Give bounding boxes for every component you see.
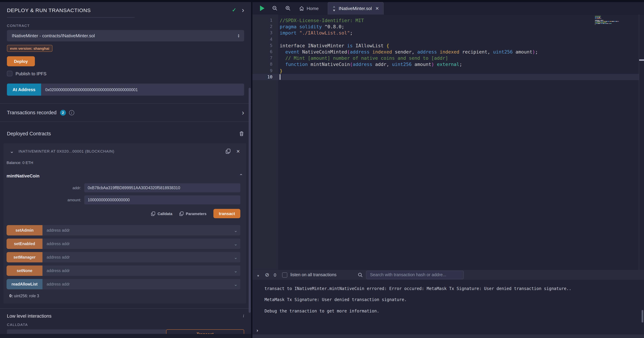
- deploy-button[interactable]: Deploy: [7, 56, 35, 66]
- pending-tx-count: 0: [274, 272, 276, 278]
- function-collapse-chevron-icon[interactable]: ⌃: [239, 173, 243, 178]
- zoom-in-icon[interactable]: [285, 6, 291, 11]
- deploy-run-panel: DEPLOY & RUN TRANSACTIONS ✓ › CONTRACT I…: [0, 2, 251, 338]
- tab-inativeminter[interactable]: INativeMinter.sol ✕: [328, 2, 384, 14]
- terminal-output[interactable]: transact to INativeMinter.mintNativeCoin…: [252, 280, 644, 334]
- code-line-9: 9}: [252, 68, 639, 74]
- overview-cursor-marker: [639, 60, 644, 61]
- copy-parameters-action[interactable]: Parameters: [179, 211, 206, 216]
- deployed-contract-header: INATIVEMINTER AT 0X020...00001 (BLOCKCHA…: [18, 149, 220, 153]
- tab-close-icon[interactable]: ✕: [375, 6, 379, 11]
- terminal-log-lines: transact to INativeMinter.mintNativeCoin…: [264, 283, 644, 316]
- text-cursor: [280, 74, 280, 80]
- publish-ipfs-label: Publish to IPFS: [16, 71, 46, 76]
- copy-icon: [151, 211, 156, 216]
- select-stepper-icon: ▴▾: [238, 34, 239, 38]
- expand-args-chevron-icon[interactable]: ⌄: [234, 228, 238, 233]
- transact-button[interactable]: transact: [214, 209, 240, 218]
- transactions-recorded-row[interactable]: Transactions recorded 2 i ›: [0, 103, 251, 122]
- contract-select-value: INativeMinter - contracts/INativeMinter.…: [12, 33, 238, 38]
- setAdmin-button[interactable]: setAdmin: [6, 225, 42, 236]
- expand-args-chevron-icon[interactable]: ⌄: [234, 282, 238, 287]
- output-value: uint256: role 3: [13, 294, 39, 298]
- setManager-button[interactable]: setManager: [6, 252, 42, 262]
- readAllowList-arg-input[interactable]: [42, 279, 240, 289]
- transactions-expand-chevron-icon[interactable]: ›: [242, 110, 244, 115]
- copy-address-icon[interactable]: [226, 148, 231, 154]
- expand-args-chevron-icon[interactable]: ⌄: [234, 241, 238, 246]
- panel-scrollbar[interactable]: [248, 88, 251, 313]
- expand-args-chevron-icon[interactable]: ⌄: [234, 268, 238, 273]
- output-index: 0:: [9, 294, 13, 298]
- at-address-button[interactable]: At Address: [7, 84, 41, 96]
- transactions-count-badge: 2: [60, 110, 66, 116]
- code-lines: 1//SPDX-License-Identifier: MIT2pragma s…: [252, 17, 639, 80]
- tab-home-label: Home: [307, 6, 318, 11]
- tab-home[interactable]: Home: [299, 6, 318, 11]
- setEnabled-arg-input[interactable]: [42, 238, 240, 249]
- terminal-log-line: Debug the transaction to get more inform…: [264, 306, 644, 317]
- app-top-strip: [0, 0, 644, 2]
- function-row-readAllowList: readAllowList⌄: [6, 279, 240, 289]
- evm-version-badge: evm version: shanghai: [7, 45, 52, 52]
- transactions-info-icon[interactable]: i: [69, 110, 74, 115]
- addr-arg-label: addr:: [4, 186, 84, 190]
- remove-contract-icon[interactable]: ✕: [236, 149, 240, 154]
- trash-icon[interactable]: [239, 131, 244, 136]
- code-line-8: 8 function mintNativeCoin(address addr, …: [252, 61, 639, 68]
- setNone-arg-input[interactable]: [42, 266, 240, 276]
- code-editor[interactable]: 1//SPDX-License-Identifier: MIT2pragma s…: [252, 14, 644, 270]
- amount-arg-label: amount:: [4, 198, 84, 202]
- terminal-collapse-icon[interactable]: ⌄⌄: [256, 274, 260, 275]
- overview-ruler: [639, 14, 639, 270]
- contract-balance: Balance: 0 ETH: [6, 160, 246, 165]
- contract-function-list: setAdmin⌄setEnabled⌄setManager⌄setNone⌄r…: [4, 225, 246, 289]
- terminal-prompt[interactable]: ›: [256, 328, 259, 333]
- panel-title: DEPLOY & RUN TRANSACTIONS: [7, 7, 232, 13]
- contract-select[interactable]: INativeMinter - contracts/INativeMinter.…: [7, 30, 244, 42]
- code-line-2: 2pragma solidity ^0.8.0;: [252, 24, 639, 30]
- setEnabled-button[interactable]: setEnabled: [6, 238, 42, 249]
- solidity-file-icon: [332, 6, 336, 11]
- clear-console-icon[interactable]: ⊘: [265, 272, 269, 278]
- terminal-search-input[interactable]: [366, 270, 464, 279]
- terminal-log-line: MetaMask Tx Signature: User denied trans…: [264, 294, 644, 306]
- title-underline: [7, 17, 135, 18]
- function-row-setManager: setManager⌄: [6, 252, 240, 262]
- terminal-toolbar: ⌄⌄ ⊘ 0 listen on all transactions: [252, 270, 644, 280]
- zoom-out-icon[interactable]: [272, 6, 278, 11]
- editor-minimap[interactable]: [595, 16, 630, 26]
- terminal-scrollbar[interactable]: [642, 310, 643, 322]
- listen-all-transactions-checkbox[interactable]: [282, 272, 287, 278]
- calldata-action-label: Calldata: [158, 212, 172, 216]
- readAllowList-button[interactable]: readAllowList: [6, 279, 42, 289]
- addr-arg-input[interactable]: [84, 183, 240, 192]
- calldata-label: CALLDATA: [7, 322, 244, 326]
- code-line-10: 10: [252, 74, 639, 80]
- code-line-5: 5interface INativeMinter is IAllowList {: [252, 42, 639, 49]
- panel-collapse-chevron-icon[interactable]: ›: [242, 8, 244, 12]
- copy-calldata-action[interactable]: Calldata: [151, 211, 172, 216]
- run-script-play-icon[interactable]: [260, 6, 264, 11]
- card-collapse-chevron-icon[interactable]: ⌄: [10, 148, 14, 154]
- function-row-setEnabled: setEnabled⌄: [6, 238, 240, 249]
- terminal-bottom-strip: [252, 334, 644, 338]
- low-level-info-icon[interactable]: i: [243, 313, 244, 319]
- deployed-contracts-title: Deployed Contracts: [7, 131, 239, 136]
- publish-ipfs-checkbox[interactable]: [7, 71, 12, 76]
- compile-success-check-icon: ✓: [232, 7, 236, 13]
- terminal-search-icon: [358, 272, 363, 278]
- panel-bottom-strip: [0, 334, 251, 338]
- terminal-log-line: transact to INativeMinter.mintNativeCoin…: [264, 283, 644, 294]
- code-line-3: 3import "./IAllowList.sol";: [252, 30, 639, 36]
- setNone-button[interactable]: setNone: [6, 266, 42, 276]
- function-row-setAdmin: setAdmin⌄: [6, 225, 240, 236]
- panel-editor-divider[interactable]: [251, 0, 252, 338]
- at-address-input[interactable]: [41, 84, 244, 96]
- code-line-1: 1//SPDX-License-Identifier: MIT: [252, 17, 639, 24]
- setAdmin-arg-input[interactable]: [42, 225, 240, 236]
- low-level-section: Low level interactions i CALLDATA Transa…: [0, 308, 251, 338]
- amount-arg-input[interactable]: [84, 196, 240, 204]
- setManager-arg-input[interactable]: [42, 252, 240, 262]
- expand-args-chevron-icon[interactable]: ⌄: [234, 254, 238, 260]
